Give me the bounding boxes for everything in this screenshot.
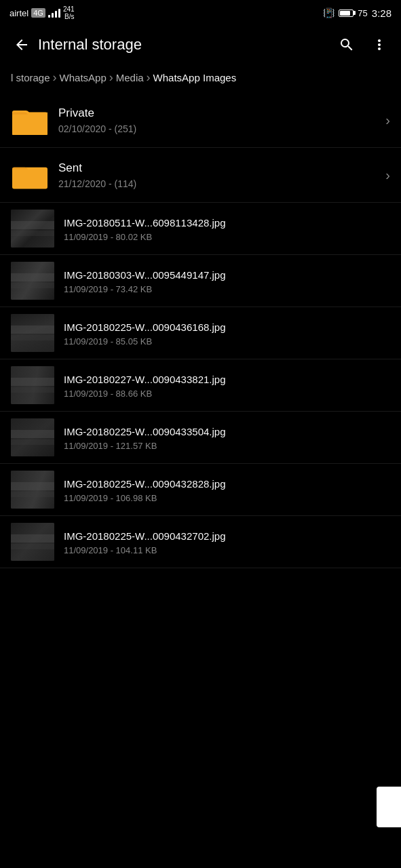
file-item-6[interactable]: IMG-20180225-W...0090432702.jpg 11/09/20…: [0, 516, 401, 568]
svg-rect-2: [12, 167, 47, 189]
file-name-5: IMG-20180225-W...0090432828.jpg: [64, 477, 390, 491]
file-info-5: IMG-20180225-W...0090432828.jpg 11/09/20…: [64, 477, 390, 503]
file-info-0: IMG-20180511-W...6098113428.jpg 11/09/20…: [64, 216, 390, 242]
folder-item-private[interactable]: Private 02/10/2020 - (251) ›: [0, 93, 401, 148]
breadcrumb-whatsapp-images[interactable]: WhatsApp Images: [153, 72, 237, 83]
breadcrumb: l storage › WhatsApp › Media › WhatsApp …: [0, 65, 401, 93]
file-item-0[interactable]: IMG-20180511-W...6098113428.jpg 11/09/20…: [0, 203, 401, 255]
folder-info-sent: Sent 21/12/2020 - (114): [58, 161, 385, 189]
file-meta-5: 11/09/2019 - 106.98 KB: [64, 493, 390, 503]
search-button[interactable]: [333, 31, 360, 58]
breadcrumb-sep-2: ›: [109, 71, 113, 85]
signal-bars: [48, 8, 60, 18]
folder-meta-sent: 21/12/2020 - (114): [58, 178, 385, 189]
file-item-3[interactable]: IMG-20180227-W...0090433821.jpg 11/09/20…: [0, 359, 401, 412]
app-bar: Internal storage: [0, 24, 401, 65]
chevron-icon-sent: ›: [385, 167, 390, 183]
folder-name-sent: Sent: [58, 161, 385, 176]
breadcrumb-sep-3: ›: [147, 71, 151, 85]
breadcrumb-whatsapp[interactable]: WhatsApp: [60, 72, 107, 83]
folder-info-private: Private 02/10/2020 - (251): [58, 106, 385, 134]
file-item-2[interactable]: IMG-20180225-W...0090436168.jpg 11/09/20…: [0, 307, 401, 359]
file-item-1[interactable]: IMG-20180303-W...0095449147.jpg 11/09/20…: [0, 255, 401, 307]
carrier-label: airtel: [9, 8, 28, 18]
file-meta-6: 11/09/2019 - 104.11 KB: [64, 545, 390, 555]
file-item-4[interactable]: IMG-20180225-W...0090433504.jpg 11/09/20…: [0, 412, 401, 464]
file-info-2: IMG-20180225-W...0090436168.jpg 11/09/20…: [64, 320, 390, 347]
search-icon: [339, 37, 355, 53]
file-thumbnail-5: [11, 471, 54, 509]
folder-name-private: Private: [58, 106, 385, 121]
file-meta-1: 11/09/2019 - 73.42 KB: [64, 284, 390, 294]
file-name-1: IMG-20180303-W...0095449147.jpg: [64, 268, 390, 282]
folder-meta-private: 02/10/2020 - (251): [58, 123, 385, 134]
page-title: Internal storage: [38, 36, 333, 54]
file-name-2: IMG-20180225-W...0090436168.jpg: [64, 320, 390, 334]
file-thumbnail-2: [11, 314, 54, 352]
breadcrumb-storage[interactable]: l storage: [11, 72, 50, 83]
file-thumbnail-4: [11, 418, 54, 456]
file-name-6: IMG-20180225-W...0090432702.jpg: [64, 529, 390, 543]
file-meta-2: 11/09/2019 - 85.05 KB: [64, 336, 390, 347]
file-thumbnail-0: [11, 210, 54, 248]
file-thumbnail-3: [11, 366, 54, 404]
more-icon: [371, 37, 387, 53]
data-speed: 241B/s: [63, 5, 75, 20]
file-meta-4: 11/09/2019 - 121.57 KB: [64, 441, 390, 451]
back-icon: [14, 37, 30, 53]
file-info-1: IMG-20180303-W...0095449147.jpg 11/09/20…: [64, 268, 390, 294]
back-button[interactable]: [8, 31, 35, 58]
file-thumbnail-1: [11, 262, 54, 300]
app-bar-actions: [333, 31, 393, 58]
folder-icon-private: [11, 101, 49, 139]
file-meta-0: 11/09/2019 - 80.02 KB: [64, 232, 390, 242]
vibrate-icon: 📳: [323, 7, 335, 18]
chevron-icon-private: ›: [385, 113, 390, 128]
folder-item-sent[interactable]: Sent 21/12/2020 - (114) ›: [0, 148, 401, 203]
time-display: 3:28: [372, 7, 392, 19]
network-type: 4G: [31, 8, 45, 18]
folder-icon: [12, 160, 47, 190]
file-meta-3: 11/09/2019 - 88.66 KB: [64, 389, 390, 399]
breadcrumb-media[interactable]: Media: [116, 72, 144, 83]
status-bar: airtel 4G 241B/s 📳 75 3:28: [0, 0, 401, 24]
battery-percent: 75: [358, 8, 367, 18]
file-item-5[interactable]: IMG-20180225-W...0090432828.jpg 11/09/20…: [0, 464, 401, 516]
file-name-0: IMG-20180511-W...6098113428.jpg: [64, 216, 390, 230]
file-name-3: IMG-20180227-W...0090433821.jpg: [64, 372, 390, 387]
battery-icon: [339, 9, 354, 17]
file-info-4: IMG-20180225-W...0090433504.jpg 11/09/20…: [64, 425, 390, 451]
more-options-button[interactable]: [366, 31, 393, 58]
file-name-4: IMG-20180225-W...0090433504.jpg: [64, 425, 390, 439]
file-info-3: IMG-20180227-W...0090433821.jpg 11/09/20…: [64, 372, 390, 399]
folder-icon: [12, 105, 47, 135]
file-info-6: IMG-20180225-W...0090432702.jpg 11/09/20…: [64, 529, 390, 555]
file-thumbnail-6: [11, 523, 54, 561]
status-left: airtel 4G 241B/s: [9, 5, 75, 20]
file-list: Private 02/10/2020 - (251) › Sent 21/12/…: [0, 93, 401, 568]
scroll-indicator[interactable]: [377, 787, 401, 827]
folder-icon-sent: [11, 156, 49, 194]
status-right: 📳 75 3:28: [323, 7, 392, 19]
breadcrumb-sep-1: ›: [53, 71, 57, 85]
